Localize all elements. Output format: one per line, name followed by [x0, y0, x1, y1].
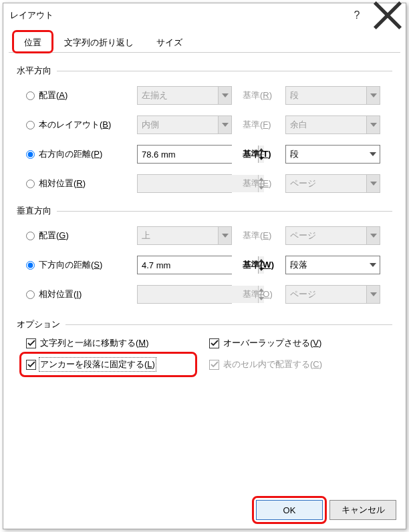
opt-move-with-text[interactable]: 文字列と一緒に移動する(M) — [26, 337, 209, 349]
tab-textwrap[interactable]: 文字列の折り返し — [53, 31, 145, 53]
v-rel-value — [137, 285, 232, 304]
h-book-value: 内側 — [137, 115, 232, 134]
chevron-down-icon — [366, 227, 380, 244]
chevron-down-icon — [218, 116, 231, 134]
tab-position[interactable]: 位置 — [13, 31, 53, 53]
h-rel-ref-label: 基準(E) — [243, 178, 271, 188]
horizontal-book-row: 本のレイアウト(B) 内側 基準(F) 余白 — [17, 110, 392, 140]
h-align-radio[interactable] — [26, 91, 35, 100]
v-align-radio[interactable] — [26, 232, 35, 240]
help-button[interactable]: ? — [342, 5, 372, 25]
v-align-label: 配置(G) — [39, 230, 69, 242]
h-rel-radio[interactable] — [26, 180, 35, 188]
chevron-down-icon — [218, 227, 231, 244]
checkbox-icon — [26, 338, 36, 348]
section-horizontal: 水平方向 — [17, 65, 392, 77]
h-abs-label: 右方向の距離(P) — [39, 148, 102, 160]
chevron-down-icon — [366, 116, 380, 134]
v-abs-ref[interactable]: 段落 — [285, 256, 380, 274]
v-abs-radio[interactable] — [26, 261, 35, 270]
horizontal-align-row: 配置(A) 左揃え 基準(R) 段 — [17, 81, 392, 110]
h-abs-ref-label: 基準(T) — [243, 149, 271, 159]
checkbox-icon — [26, 360, 36, 370]
h-book-label: 本のレイアウト(B) — [39, 119, 111, 131]
tabs: 位置 文字列の折り返し サイズ — [9, 30, 400, 53]
options-grid: 文字列と一緒に移動する(M) オーバーラップさせる(V) アンカーを段落に固定す… — [26, 337, 392, 370]
section-vertical: 垂直方向 — [17, 205, 392, 217]
horizontal-relative-row: 相対位置(R) 基準(E) ページ — [17, 169, 392, 198]
v-abs-label: 下方向の距離(S) — [39, 259, 102, 271]
tab-size[interactable]: サイズ — [145, 31, 194, 53]
vertical-align-row: 配置(G) 上 基準(E) ページ — [17, 221, 392, 250]
section-options: オプション — [17, 318, 392, 330]
dialog-content: 水平方向 配置(A) 左揃え 基準(R) 段 本のレイアウト(B) — [3, 53, 406, 491]
cancel-button[interactable]: キャンセル — [329, 500, 396, 520]
h-rel-ref: ページ — [285, 174, 380, 193]
window-title: レイアウト — [10, 9, 342, 21]
h-rel-value — [137, 174, 232, 193]
h-align-ref-label: 基準(R) — [243, 90, 272, 100]
chevron-down-icon — [366, 286, 380, 303]
v-align-ref: ページ — [285, 226, 380, 245]
v-rel-radio[interactable] — [26, 290, 35, 299]
h-rel-label: 相対位置(R) — [39, 178, 86, 190]
v-align-value: 上 — [137, 226, 232, 245]
opt-lock-anchor[interactable]: アンカーを段落に固定する(L) — [26, 358, 209, 370]
opt-lock-anchor-label: アンカーを段落に固定する(L) — [40, 358, 155, 370]
checkbox-icon — [209, 360, 219, 370]
vertical-relative-row: 相対位置(I) 基準(O) ページ — [17, 280, 392, 309]
h-book-ref-label: 基準(F) — [243, 119, 271, 129]
v-align-ref-label: 基準(E) — [243, 230, 271, 240]
h-abs-value[interactable] — [137, 145, 232, 164]
v-abs-value[interactable] — [137, 256, 232, 274]
horizontal-absolute-row: 右方向の距離(P) 基準(T) 段 — [17, 140, 392, 169]
opt-layout-in-cell: 表のセル内で配置する(C) — [209, 358, 392, 370]
h-book-radio[interactable] — [26, 121, 35, 129]
h-align-value: 左揃え — [137, 86, 232, 105]
h-book-ref: 余白 — [285, 115, 380, 134]
chevron-down-icon — [366, 256, 380, 274]
chevron-down-icon — [218, 87, 231, 104]
close-button[interactable] — [372, 5, 403, 25]
h-abs-radio[interactable] — [26, 150, 35, 159]
v-rel-label: 相対位置(I) — [39, 288, 82, 300]
h-abs-ref[interactable]: 段 — [285, 145, 380, 164]
chevron-down-icon — [366, 146, 380, 163]
ok-button[interactable]: OK — [256, 500, 323, 520]
layout-dialog: レイアウト ? 位置 文字列の折り返し サイズ 水平方向 配置(A) 左揃え 基… — [3, 3, 406, 529]
opt-allow-overlap[interactable]: オーバーラップさせる(V) — [209, 337, 392, 349]
h-align-ref: 段 — [285, 86, 380, 105]
chevron-down-icon — [366, 87, 380, 104]
v-rel-ref-label: 基準(O) — [243, 289, 273, 299]
vertical-absolute-row: 下方向の距離(S) 基準(W) 段落 — [17, 250, 392, 280]
dialog-footer: OK キャンセル — [3, 491, 406, 529]
close-icon — [372, 0, 403, 31]
title-bar: レイアウト ? — [3, 3, 406, 27]
h-align-label: 配置(A) — [39, 89, 67, 101]
v-abs-ref-label: 基準(W) — [243, 260, 274, 270]
checkbox-icon — [209, 338, 219, 348]
v-rel-ref: ページ — [285, 285, 380, 304]
chevron-down-icon — [366, 175, 380, 192]
